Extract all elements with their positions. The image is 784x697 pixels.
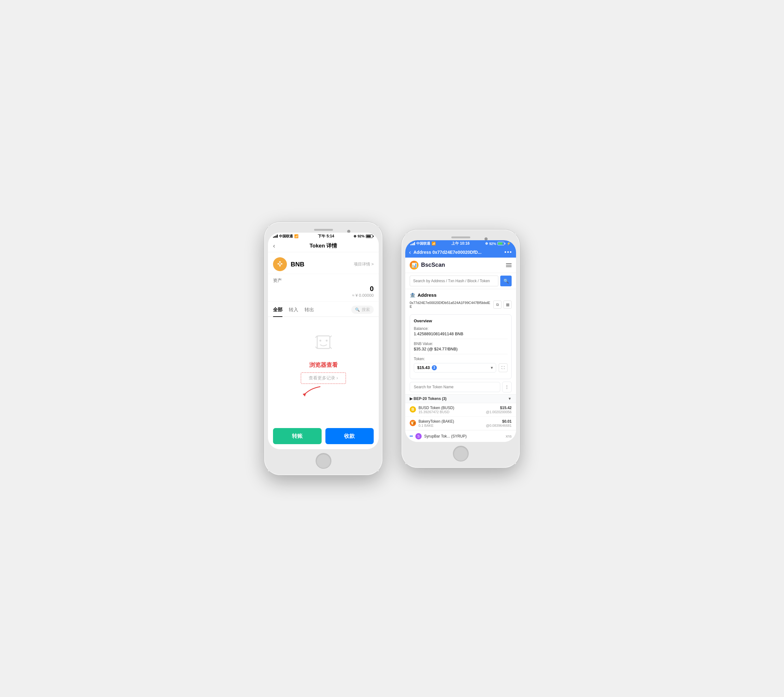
bake-token-value: $0.01 @0.0839646681 xyxy=(486,419,512,427)
address-actions: ⧉ ▦ xyxy=(493,300,512,309)
token-expand-btn[interactable]: ⛶ xyxy=(499,363,507,372)
bscscan-search-input[interactable] xyxy=(410,275,498,286)
speaker-left xyxy=(314,229,333,231)
token-header: BNB 项目详情 > xyxy=(268,252,379,274)
svg-rect-1 xyxy=(317,336,330,348)
overview-divider-2 xyxy=(414,354,507,354)
wifi-icon-right: 📶 xyxy=(432,242,436,246)
syrup-token-icon: S xyxy=(415,433,422,440)
last-token-row: S SyrupBar Tok... (SYRUP) xns xyxy=(405,430,516,442)
bottom-actions: 转账 收款 xyxy=(268,423,379,449)
location-icon: ⊕ xyxy=(354,234,356,238)
signal-icon xyxy=(273,234,278,238)
copy-address-btn[interactable]: ⧉ xyxy=(493,300,502,309)
left-status-left: 中国联通 📶 xyxy=(273,234,298,239)
receive-btn[interactable]: 收款 xyxy=(325,428,374,444)
balance-row: Balance: 1.4258891081491148 BNB xyxy=(414,326,507,336)
bep20-header: ▶ BEP-20 Tokens (3) ▼ xyxy=(405,394,516,403)
home-button-area-left xyxy=(268,449,379,471)
token-count-badge: 3 xyxy=(432,365,437,370)
tab-out[interactable]: 转出 xyxy=(305,307,314,313)
transfer-btn[interactable]: 转账 xyxy=(273,428,322,444)
bake-usd-value: $0.01 xyxy=(486,419,512,423)
busd-token-icon: B xyxy=(410,406,416,413)
asset-amount: 0 xyxy=(273,285,374,293)
speaker-right xyxy=(451,236,470,238)
overview-title: Overview xyxy=(414,318,507,323)
asset-section: 资产 0 ≈ ¥ 0.00000 xyxy=(268,274,379,302)
bake-token-name: BakeryToken (BAKE) xyxy=(418,419,483,423)
carrier-left: 中国联通 xyxy=(279,234,293,239)
token-label: Token: xyxy=(414,357,507,361)
svg-marker-4 xyxy=(303,393,306,397)
bake-token-amount: 0.1 BAKE xyxy=(418,423,483,427)
home-button-right[interactable] xyxy=(453,446,469,461)
bscscan-search-row: 🔍 xyxy=(405,273,516,289)
bnb-value: $35.32 (@ $24.77/BNB) xyxy=(414,347,507,351)
location-icon-right: ⊕ xyxy=(485,242,488,246)
bake-rate: @0.0839646681 xyxy=(486,423,512,427)
bscscan-logo: 📊 BscScan xyxy=(410,261,445,270)
tab-in[interactable]: 转入 xyxy=(289,307,298,313)
busd-rate: @1.0020200056 xyxy=(486,410,512,414)
bep20-toggle-btn[interactable]: ▼ xyxy=(508,397,512,401)
bscscan-back-btn[interactable]: ‹ xyxy=(409,249,411,256)
busd-token-value: $15.42 @1.0020200056 xyxy=(486,405,512,414)
transaction-search[interactable]: 🔍 搜索 xyxy=(351,306,374,314)
txns-label: xns xyxy=(506,434,512,438)
syrup-token-name: SyrupBar Tok... (SYRUP) xyxy=(424,434,466,438)
annotation-area xyxy=(268,385,379,398)
search-icon: 🔍 xyxy=(355,308,360,312)
token-more-options-btn[interactable]: ⋮ xyxy=(502,382,512,392)
charging-icon: ⚡ xyxy=(507,242,511,246)
right-phone: 中国联通 📶 上午 10:16 ⊕ 92% ⚡ ‹ Address 0 xyxy=(402,229,520,468)
left-status-bar: 中国联通 📶 下午 5:14 ⊕ 92% xyxy=(268,232,379,240)
home-button-left[interactable] xyxy=(316,453,331,469)
token-list-item-busd[interactable]: B BUSD Token (BUSD) 15.39267472 BUSD $15… xyxy=(405,403,516,417)
bscscan-header: 📊 BscScan xyxy=(405,258,516,273)
left-back-btn[interactable]: ‹ xyxy=(273,242,275,249)
empty-icon xyxy=(311,330,336,355)
bscscan-logo-text: BscScan xyxy=(421,262,445,268)
time-left: 下午 5:14 xyxy=(318,234,334,239)
battery-pct-right: 92% xyxy=(489,242,496,246)
signal-icon-right xyxy=(410,242,415,245)
token-row-overview: Token: $15.43 3 ▾ ⛶ xyxy=(414,357,507,372)
project-detail-link[interactable]: 项目详情 > xyxy=(354,261,374,267)
browser-hint-text: 浏览器查看 xyxy=(309,361,338,369)
empty-state-area: 浏览器查看 查看更多记录 › xyxy=(268,317,379,404)
address-hash-text: 0x77d24E7e00020DfDb51a524A1F99C447Bf5bbd… xyxy=(410,301,491,308)
token-list-item-bake[interactable]: 🍞 BakeryToken (BAKE) 0.1 BAKE $0.01 @0.0… xyxy=(405,417,516,430)
battery-pct-left: 92% xyxy=(357,234,364,238)
token-search-input[interactable] xyxy=(410,382,500,392)
token-name-label: BNB xyxy=(291,261,304,268)
tab-all[interactable]: 全部 xyxy=(273,307,282,313)
hamburger-menu-btn[interactable] xyxy=(506,263,512,267)
bnb-value-label: BNB Value: xyxy=(414,341,507,346)
bscscan-nav-title: Address 0x77d24E7e00020DfD... xyxy=(413,250,502,255)
token-dropdown-icon[interactable]: ▾ xyxy=(491,366,492,370)
right-status-right: ⊕ 92% ⚡ xyxy=(485,242,511,246)
busd-usd-value: $15.42 xyxy=(486,405,512,410)
bake-token-info: BakeryToken (BAKE) 0.1 BAKE xyxy=(418,419,483,427)
asset-fiat-value: ≈ ¥ 0.00000 xyxy=(273,293,374,298)
svg-point-3 xyxy=(326,339,328,341)
overview-card: Overview Balance: 1.4258891081491148 BNB… xyxy=(410,315,512,379)
transaction-tabs: 全部 转入 转出 🔍 搜索 xyxy=(268,302,379,317)
bscscan-nav-bar: ‹ Address 0x77d24E7e00020DfD... ••• xyxy=(405,247,516,258)
time-right: 上午 10:16 xyxy=(451,241,469,246)
right-status-bar: 中国联通 📶 上午 10:16 ⊕ 92% ⚡ xyxy=(405,240,516,247)
bep20-label: ▶ BEP-20 Tokens (3) xyxy=(410,397,446,401)
syrup-dash-icon xyxy=(410,436,413,437)
svg-point-2 xyxy=(320,339,321,341)
busd-token-name: BUSD Token (BUSD) xyxy=(418,405,483,410)
address-section-title: 🏦 Address xyxy=(410,292,512,298)
bscscan-nav-menu[interactable]: ••• xyxy=(504,249,512,256)
search-placeholder-left: 搜索 xyxy=(362,307,370,313)
busd-token-amount: 15.39267472 BUSD xyxy=(418,410,483,414)
bscscan-search-btn[interactable]: 🔍 xyxy=(500,275,512,286)
right-status-left: 中国联通 📶 xyxy=(410,241,436,246)
view-more-records-btn[interactable]: 查看更多记录 › xyxy=(301,372,346,384)
qr-address-btn[interactable]: ▦ xyxy=(503,300,512,309)
busd-token-info: BUSD Token (BUSD) 15.39267472 BUSD xyxy=(418,405,483,414)
